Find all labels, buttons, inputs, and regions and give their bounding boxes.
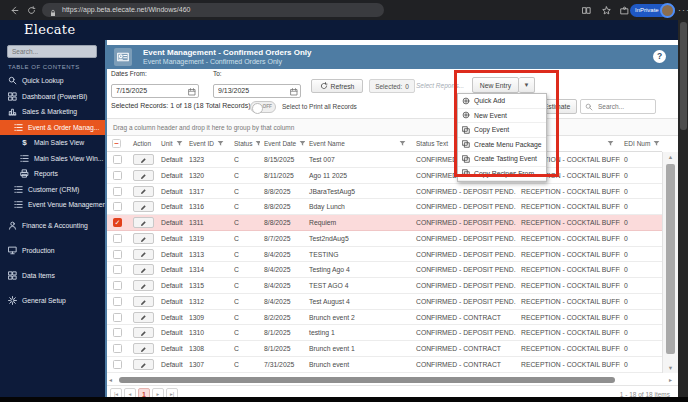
- vertical-scroll-thumb[interactable]: [666, 164, 675, 354]
- edit-row-button[interactable]: [133, 327, 154, 338]
- app-logo[interactable]: Elecate: [24, 22, 75, 37]
- group-by-bar[interactable]: Drag a column header and drop it here to…: [107, 118, 678, 136]
- menu-item-copy-recipes-from[interactable]: Copy Recipes From: [458, 167, 546, 182]
- address-bar[interactable]: https://app.beta.elecate.net/Windows/460: [42, 3, 384, 17]
- browser-menu-icon[interactable]: ···: [678, 4, 688, 16]
- row-checkbox[interactable]: [113, 360, 122, 369]
- favorite-star-icon[interactable]: [600, 4, 612, 16]
- cell-event-date: 8/1/2025: [260, 341, 305, 356]
- column-header-status[interactable]: Status: [230, 136, 260, 152]
- print-all-toggle[interactable]: OFF: [250, 101, 276, 113]
- grid-vertical-scrollbar[interactable]: ▲ ▼: [662, 152, 678, 373]
- back-icon[interactable]: [8, 4, 20, 16]
- column-header-action[interactable]: Action: [129, 136, 157, 152]
- grid-search-box[interactable]: [580, 99, 656, 114]
- filter-icon[interactable]: [399, 140, 406, 148]
- browser-profile-avatar[interactable]: [660, 3, 675, 18]
- scroll-left-icon[interactable]: ◂: [109, 376, 112, 383]
- sidebar-item-sales-marketing[interactable]: Sales & Marketing: [0, 104, 105, 120]
- dates-from-input[interactable]: [111, 84, 199, 98]
- edit-row-button[interactable]: [133, 170, 154, 181]
- sidebar-item-customer-crm[interactable]: Customer (CRM): [0, 182, 105, 198]
- edit-row-button[interactable]: [133, 343, 154, 354]
- cell-event-date: 8/8/2025: [260, 184, 305, 199]
- sidebar-item-reports[interactable]: Reports: [0, 166, 105, 182]
- menu-item-new-event[interactable]: New Event: [458, 109, 546, 124]
- scroll-down-icon[interactable]: ▼: [663, 365, 678, 371]
- plus-circle-icon: [462, 111, 470, 119]
- sidebar-item-main-sales-view-win[interactable]: Main Sales View Win...: [0, 151, 105, 167]
- scroll-right-icon[interactable]: ▸: [669, 376, 672, 383]
- extensions-icon[interactable]: [618, 4, 630, 16]
- dates-from-field[interactable]: [111, 79, 199, 98]
- edit-row-button[interactable]: [133, 296, 154, 307]
- grid-search-input[interactable]: [596, 102, 656, 111]
- sidebar-item-dashboard-powerbi[interactable]: Dashboard (PowerBI): [0, 89, 105, 105]
- row-checkbox[interactable]: ✓: [113, 218, 122, 227]
- edit-row-button[interactable]: [133, 233, 154, 244]
- help-icon[interactable]: ?: [653, 50, 666, 63]
- edit-row-button[interactable]: [133, 154, 154, 165]
- edit-row-button[interactable]: [133, 280, 154, 291]
- split-screen-icon[interactable]: [580, 4, 592, 16]
- sidebar-item-quick-lookup[interactable]: Quick Lookup: [0, 73, 105, 89]
- edit-row-button[interactable]: [133, 186, 154, 197]
- select-reports-dropdown[interactable]: Select Reports...: [416, 82, 464, 89]
- scroll-up-icon[interactable]: ▲: [663, 154, 678, 160]
- grid-horizontal-scrollbar[interactable]: ◂ ▸: [107, 375, 678, 385]
- row-checkbox[interactable]: [113, 297, 122, 306]
- row-checkbox[interactable]: [113, 250, 122, 259]
- row-checkbox[interactable]: [113, 313, 122, 322]
- row-checkbox[interactable]: [113, 187, 122, 196]
- sidebar-search-input[interactable]: [7, 45, 97, 58]
- sidebar-item-finance-accounting[interactable]: Finance & Accounting: [0, 213, 105, 238]
- column-header-edi-num[interactable]: EDI Num: [620, 136, 662, 152]
- menu-item-copy-event[interactable]: Copy Event: [458, 123, 546, 138]
- dates-to-input[interactable]: [213, 84, 301, 98]
- row-checkbox[interactable]: [113, 344, 122, 353]
- row-checkbox[interactable]: [113, 202, 122, 211]
- column-header-unit[interactable]: Unit: [157, 136, 185, 152]
- filter-icon[interactable]: [176, 140, 183, 148]
- edit-row-button[interactable]: [133, 359, 154, 370]
- menu-item-create-menu-package[interactable]: Create Menu Package: [458, 138, 546, 153]
- edit-row-button[interactable]: [133, 249, 154, 260]
- sidebar-item-event-venue-management[interactable]: Event Venue Management: [0, 197, 105, 213]
- row-checkbox[interactable]: [113, 155, 122, 164]
- edit-row-button[interactable]: [133, 217, 154, 228]
- chevron-down-icon[interactable]: ▼: [519, 77, 535, 93]
- cell-status: C: [230, 168, 260, 183]
- row-checkbox[interactable]: [113, 328, 122, 337]
- page-scroll-thumb[interactable]: [680, 22, 687, 130]
- sidebar-item-main-sales-view[interactable]: $Main Sales View: [0, 135, 105, 151]
- column-header-event-date[interactable]: Event Date: [260, 136, 305, 152]
- sidebar-item-event-order-manag[interactable]: Event & Order Manag...: [0, 120, 105, 136]
- edit-row-button[interactable]: [133, 201, 154, 212]
- row-checkbox[interactable]: [113, 234, 122, 243]
- row-checkbox[interactable]: [113, 281, 122, 290]
- filter-icon[interactable]: [217, 140, 224, 148]
- edit-row-button[interactable]: [133, 312, 154, 323]
- column-header-event-name[interactable]: Event Name: [305, 136, 412, 152]
- cell-status-text: CONFIRMED - DEPOSIT PEND.: [412, 199, 517, 214]
- sidebar-item-general-setup[interactable]: General Setup: [0, 288, 105, 313]
- new-entry-label[interactable]: New Entry: [472, 77, 519, 93]
- row-checkbox[interactable]: [113, 265, 122, 274]
- menu-item-quick-add[interactable]: Quick Add: [458, 94, 546, 109]
- sidebar-item-data-items[interactable]: Data Items: [0, 263, 105, 288]
- column-header-event-id[interactable]: Event ID: [185, 136, 230, 152]
- row-checkbox[interactable]: [113, 171, 122, 180]
- new-entry-button[interactable]: New Entry ▼: [472, 77, 535, 93]
- sidebar-item-production[interactable]: Production: [0, 238, 105, 263]
- refresh-button[interactable]: Refresh: [311, 79, 363, 93]
- reload-icon[interactable]: [25, 4, 37, 16]
- filter-icon[interactable]: [653, 140, 660, 148]
- page-scrollbar[interactable]: [678, 20, 688, 397]
- cell-event-date: 8/1/2025: [260, 325, 305, 340]
- edit-row-button[interactable]: [133, 264, 154, 275]
- horizontal-scroll-thumb[interactable]: [119, 377, 615, 383]
- dates-to-field[interactable]: [213, 79, 301, 98]
- select-all-checkbox[interactable]: –: [112, 139, 121, 148]
- menu-item-create-tasting-event[interactable]: Create Tasting Event: [458, 152, 546, 167]
- filter-icon[interactable]: [607, 140, 614, 148]
